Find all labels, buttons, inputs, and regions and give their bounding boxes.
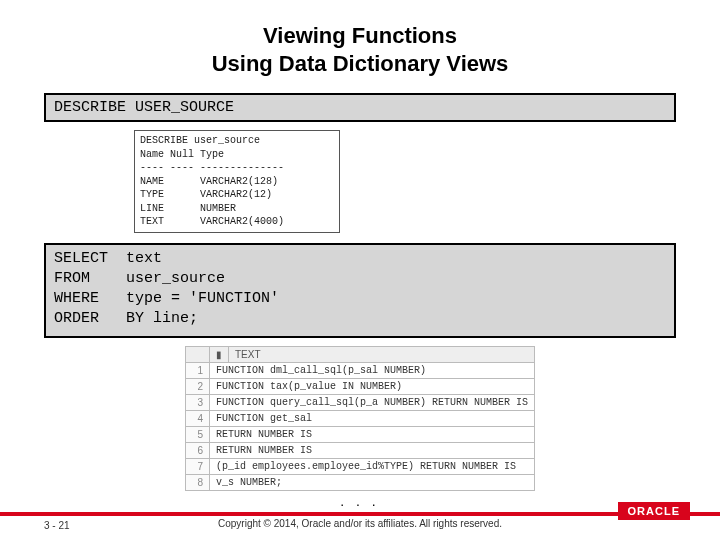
row-number: 3 bbox=[185, 394, 209, 410]
table-row: 8 v_s NUMBER; bbox=[185, 474, 534, 490]
table-row: 7 (p_id employees.employee_id%TYPE) RETU… bbox=[185, 458, 534, 474]
table-header-row: ▮ TEXT bbox=[185, 346, 534, 362]
query-result-table: ▮ TEXT 1FUNCTION dml_call_sql(p_sal NUMB… bbox=[185, 346, 535, 491]
row-number: 2 bbox=[185, 378, 209, 394]
row-number: 5 bbox=[185, 426, 209, 442]
title-line-1: Viewing Functions bbox=[263, 23, 457, 48]
row-text-cell: FUNCTION tax(p_value IN NUMBER) bbox=[209, 378, 534, 394]
row-text-cell: (p_id employees.employee_id%TYPE) RETURN… bbox=[209, 458, 534, 474]
ellipsis-indicator: . . . bbox=[0, 493, 720, 509]
describe-output-box: DESCRIBE user_source Name Null Type ----… bbox=[134, 130, 340, 233]
row-text-cell: RETURN NUMBER IS bbox=[209, 426, 534, 442]
header-text-column: TEXT bbox=[228, 346, 534, 362]
row-text-cell: FUNCTION dml_call_sql(p_sal NUMBER) bbox=[209, 362, 534, 378]
table-row: 5 RETURN NUMBER IS bbox=[185, 426, 534, 442]
row-number: 1 bbox=[185, 362, 209, 378]
table-row: 3FUNCTION query_call_sql(p_a NUMBER) RET… bbox=[185, 394, 534, 410]
row-text-cell: v_s NUMBER; bbox=[209, 474, 534, 490]
row-number: 7 bbox=[185, 458, 209, 474]
footer: 3 - 21 Copyright © 2014, Oracle and/or i… bbox=[0, 516, 720, 540]
row-text-cell: RETURN NUMBER IS bbox=[209, 442, 534, 458]
row-text-cell: FUNCTION query_call_sql(p_a NUMBER) RETU… bbox=[209, 394, 534, 410]
table-row: 4FUNCTION get_sal bbox=[185, 410, 534, 426]
row-number: 8 bbox=[185, 474, 209, 490]
code-block-select: SELECT text FROM user_source WHERE type … bbox=[44, 243, 676, 338]
row-number: 4 bbox=[185, 410, 209, 426]
copyright-text: Copyright © 2014, Oracle and/or its affi… bbox=[0, 518, 720, 529]
code-block-describe: DESCRIBE USER_SOURCE bbox=[44, 93, 676, 122]
title-line-2: Using Data Dictionary Views bbox=[212, 51, 509, 76]
row-number: 6 bbox=[185, 442, 209, 458]
table-row: 6 RETURN NUMBER IS bbox=[185, 442, 534, 458]
header-rownum bbox=[185, 346, 209, 362]
header-selector: ▮ bbox=[209, 346, 228, 362]
slide-title: Viewing Functions Using Data Dictionary … bbox=[0, 0, 720, 87]
table-row: 2FUNCTION tax(p_value IN NUMBER) bbox=[185, 378, 534, 394]
table-row: 1FUNCTION dml_call_sql(p_sal NUMBER) bbox=[185, 362, 534, 378]
row-text-cell: FUNCTION get_sal bbox=[209, 410, 534, 426]
